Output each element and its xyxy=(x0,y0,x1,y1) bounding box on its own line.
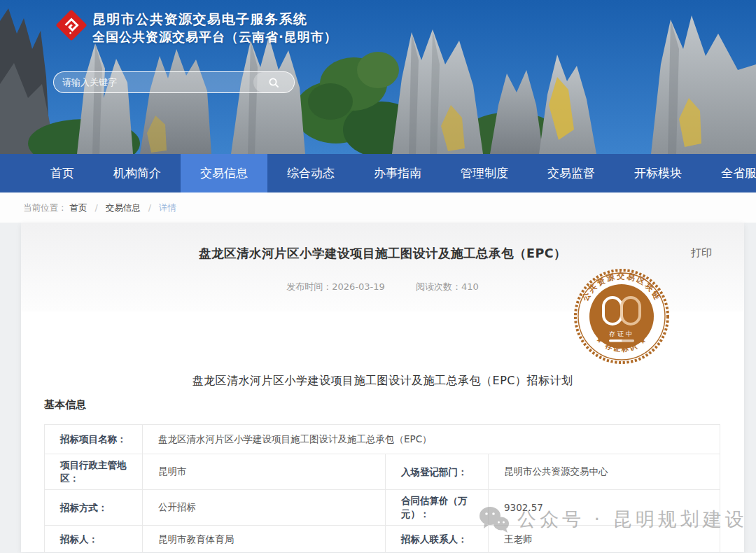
breadcrumb-bar: 当前位置： 首页 / 交易信息 / 详情 xyxy=(0,192,756,223)
cell-registration-dept-label: 入场登记部门： xyxy=(386,454,489,490)
banner: 昆明市公共资源交易电子服务系统 全国公共资源交易平台（云南省·昆明市） xyxy=(0,0,756,154)
cell-tenderer-contact-label: 招标人联系人： xyxy=(386,526,489,553)
search-icon xyxy=(268,77,279,88)
table-row: 招标人： 昆明市教育体育局 招标人联系人： 王老师 xyxy=(45,526,720,553)
basic-info-table: 招标项目名称： 盘龙区清水河片区小学建设项目施工图设计及施工总承包（EPC） 项… xyxy=(44,424,720,553)
table-row: 项目行政主管地区： 昆明市 入场登记部门： 昆明市公共资源交易中心 xyxy=(45,454,720,490)
publish-time-label: 发布时间： xyxy=(286,281,332,292)
site-title-line2: 全国公共资源交易平台（云南省·昆明市） xyxy=(92,28,337,46)
nav-item-bid-opening[interactable]: 开标模块 xyxy=(615,154,701,192)
site-logo[interactable] xyxy=(53,7,90,43)
cell-project-name-label: 招标项目名称： xyxy=(45,425,143,454)
nav-item-guide[interactable]: 办事指南 xyxy=(354,154,441,192)
nav-item-supervision[interactable]: 交易监督 xyxy=(528,154,615,192)
cell-bid-method-label: 招标方式： xyxy=(45,490,143,526)
article-subtitle: 盘龙区清水河片区小学建设项目施工图设计及施工总承包（EPC）招标计划 xyxy=(21,374,744,388)
nav-item-trade-info[interactable]: 交易信息 xyxy=(181,154,267,192)
breadcrumb: 当前位置： 首页 / 交易信息 / 详情 xyxy=(23,202,176,214)
breadcrumb-separator: / xyxy=(148,202,151,213)
breadcrumb-trade-info[interactable]: 交易信息 xyxy=(106,202,141,213)
breadcrumb-prefix: 当前位置： xyxy=(23,202,67,213)
print-button[interactable]: 打印 xyxy=(691,246,712,260)
cell-tenderer-contact-value: 王老师 xyxy=(489,526,720,553)
cell-tenderer-label: 招标人： xyxy=(45,526,143,553)
views-label: 阅读次数： xyxy=(416,281,461,292)
cell-admin-region-label: 项目行政主管地区： xyxy=(45,454,143,490)
cell-tenderer-value: 昆明市教育体育局 xyxy=(143,526,386,553)
article-card: 盘龙区清水河片区小学建设项目施工图设计及施工总承包（EPC） 打印 发布时间：2… xyxy=(21,223,744,552)
nav-item-news[interactable]: 综合动态 xyxy=(267,154,354,192)
nav-item-province-services[interactable]: 全省服务系统 xyxy=(701,154,756,192)
search-button[interactable] xyxy=(253,72,294,92)
cell-project-name-value: 盘龙区清水河片区小学建设项目施工图设计及施工总承包（EPC） xyxy=(143,425,720,454)
cell-bid-method-value: 公开招标 xyxy=(143,490,386,526)
nav-item-about[interactable]: 机构简介 xyxy=(94,154,181,192)
main-nav: 首页 机构简介 交易信息 综合动态 办事指南 管理制度 交易监督 开标模块 全省… xyxy=(0,154,756,192)
article-title: 盘龙区清水河片区小学建设项目施工图设计及施工总承包（EPC） xyxy=(21,223,744,262)
table-row: 招标项目名称： 盘龙区清水河片区小学建设项目施工图设计及施工总承包（EPC） xyxy=(45,425,720,454)
seal-center-text: 存证中 xyxy=(609,330,634,337)
nav-item-rules[interactable]: 管理制度 xyxy=(441,154,528,192)
blockchain-seal: 公共资源交易区块链 ★ 存证标识 ★ 存证中 xyxy=(572,267,671,366)
table-row: 招标方式： 公开招标 合同估算价（万元）： 9302.57 xyxy=(45,490,720,526)
section-title-basic-info: 基本信息 xyxy=(44,398,86,412)
views-value: 410 xyxy=(461,281,479,292)
cell-contract-estimate-label: 合同估算价（万元）： xyxy=(386,490,489,526)
cell-contract-estimate-value: 9302.57 xyxy=(489,490,720,526)
breadcrumb-home[interactable]: 首页 xyxy=(69,202,87,213)
search-box xyxy=(53,71,295,93)
nav-item-home[interactable]: 首页 xyxy=(31,154,94,192)
cell-registration-dept-value: 昆明市公共资源交易中心 xyxy=(489,454,720,490)
cell-admin-region-value: 昆明市 xyxy=(143,454,386,490)
breadcrumb-current: 详情 xyxy=(159,202,176,213)
breadcrumb-separator: / xyxy=(94,202,97,213)
search-input[interactable] xyxy=(54,72,253,92)
site-titles: 昆明市公共资源交易电子服务系统 全国公共资源交易平台（云南省·昆明市） xyxy=(92,10,337,46)
publish-time-value: 2026-03-19 xyxy=(332,281,385,292)
site-title-line1: 昆明市公共资源交易电子服务系统 xyxy=(92,10,337,28)
